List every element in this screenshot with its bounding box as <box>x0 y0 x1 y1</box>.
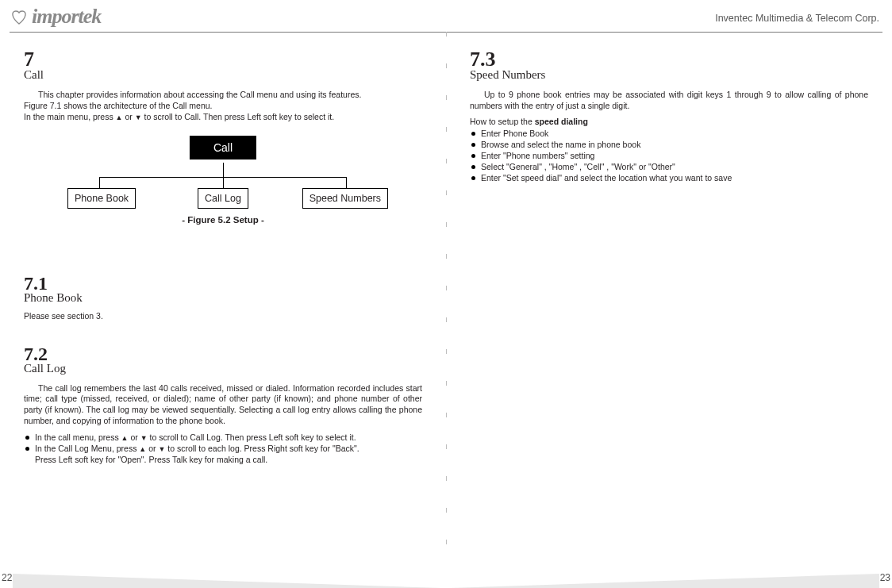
section-title: Speed Numbers <box>470 68 868 82</box>
list-item: Browse and select the name in phone book <box>470 139 868 150</box>
intro-line2: Figure 7.1 shows the architecture of the… <box>24 101 213 110</box>
page-left: 7 Call This chapter provides information… <box>0 32 446 588</box>
chapter-title: Call <box>24 68 422 82</box>
chapter-intro: This chapter provides information about … <box>24 90 422 101</box>
list-item: In the Call Log Menu, press ▲ or ▼ to sc… <box>24 443 422 465</box>
svg-marker-0 <box>13 574 441 588</box>
howto-list: Enter Phone Book Browse and select the n… <box>470 128 868 184</box>
company-name: Inventec Multimedia & Telecom Corp. <box>715 13 879 24</box>
page-number-right: 23 <box>880 572 890 583</box>
footer-wedge-right <box>451 574 879 588</box>
intro-line3a: In the main menu, press <box>24 112 116 121</box>
list-item: Enter Phone Book <box>470 128 868 139</box>
call-menu-diagram: Call Phone Book Call Log Speed Numbers -… <box>72 136 374 239</box>
down-triangle-icon: ▼ <box>140 434 148 442</box>
section-number: 7.1 <box>24 274 422 293</box>
diagram-box-phonebook: Phone Book <box>67 188 136 209</box>
diagram-box-calllog: Call Log <box>198 188 248 209</box>
howto-heading: How to setup the speed dialing <box>470 117 868 126</box>
intro-line1: This chapter provides information about … <box>38 90 361 99</box>
section-body: Up to 9 phone book entries may be associ… <box>470 90 868 112</box>
svg-marker-1 <box>451 574 879 588</box>
chapter-number: 7 <box>24 49 422 70</box>
brand-text: importek <box>32 5 101 29</box>
section-body: The call log remembers the last 40 calls… <box>24 383 422 427</box>
page-number-left: 22 <box>2 572 12 583</box>
list-item: Select "General" , "Home" , "Cell" , "Wo… <box>470 161 868 172</box>
diagram-caption: - Figure 5.2 Setup - <box>72 215 374 225</box>
list-item: In the call menu, press ▲ or ▼ to scroll… <box>24 432 422 443</box>
brand-logo: importek <box>10 5 101 29</box>
up-triangle-icon: ▲ <box>139 445 146 453</box>
list-item: Enter "Set speed dial" and select the lo… <box>470 172 868 183</box>
section-title: Phone Book <box>24 291 422 305</box>
intro-line2-wrap: Figure 7.1 shows the architecture of the… <box>24 101 422 112</box>
diagram-root: Call <box>190 136 256 159</box>
footer-wedge-left <box>13 574 441 588</box>
list-item: Enter "Phone numbers" setting <box>470 150 868 161</box>
page-right: 7.3 Speed Numbers Up to 9 phone book ent… <box>446 32 892 588</box>
section-title: Call Log <box>24 362 422 375</box>
diagram-box-speednumbers: Speed Numbers <box>302 188 388 209</box>
intro-line3c: to scroll to Call. Then press Left soft … <box>142 112 335 121</box>
section-7-1: 7.1 Phone Book Please see section 3. <box>24 274 422 321</box>
intro-line3-wrap: In the main menu, press ▲ or ▼ to scroll… <box>24 112 422 123</box>
heart-icon <box>10 8 30 25</box>
section-7-2: 7.2 Call Log The call log remembers the … <box>24 344 422 466</box>
section-number: 7.3 <box>470 49 868 70</box>
section-body: Please see section 3. <box>24 311 422 321</box>
section-bullets: In the call menu, press ▲ or ▼ to scroll… <box>24 432 422 466</box>
intro-line3b: or <box>122 112 134 121</box>
down-triangle-icon: ▼ <box>135 113 142 121</box>
down-triangle-icon: ▼ <box>158 445 165 453</box>
section-number: 7.2 <box>24 344 422 363</box>
